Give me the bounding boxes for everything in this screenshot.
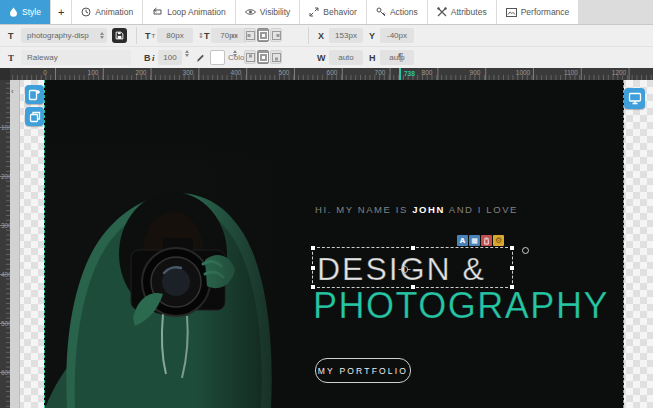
tab-loop-animation[interactable]: Loop Animation — [143, 0, 235, 24]
transform-anchor-icon[interactable] — [398, 262, 411, 280]
font-weight-field[interactable]: 100 — [158, 50, 182, 65]
y-position-value: -40px — [387, 31, 407, 40]
align-right-button[interactable] — [270, 28, 282, 42]
tab-visibility[interactable]: Visibility — [236, 0, 300, 24]
h-ruler-label: 700 — [375, 69, 386, 76]
hero-greeting-text[interactable]: HI. MY NAME IS JOHN AND I LOVE — [315, 204, 518, 215]
tab-actions[interactable]: Actions — [367, 0, 427, 24]
valign-top-button[interactable] — [244, 50, 256, 64]
selection-handle[interactable] — [311, 246, 315, 250]
h-ruler-label: 1100 — [564, 69, 578, 76]
tab-performance[interactable]: Performance — [497, 0, 579, 24]
selection-handle[interactable] — [510, 285, 514, 289]
selection-mini-toolbar: A ▦ ⚙ — [457, 235, 504, 246]
v-ruler-label: 600 — [1, 369, 10, 376]
v-ruler-label: 500 — [1, 320, 10, 327]
bold-icon[interactable]: B — [144, 50, 151, 65]
v-ruler-label: 400 — [1, 271, 10, 278]
page-section[interactable]: HI. MY NAME IS JOHN AND I LOVE DESIGN & … — [44, 80, 624, 408]
selection-handle[interactable] — [311, 266, 315, 270]
selection-handle[interactable] — [311, 285, 315, 289]
font-family-icon: T — [8, 50, 14, 65]
x-position-value: 153px — [335, 31, 357, 40]
x-position-field[interactable]: 153px — [329, 28, 363, 43]
greeting-prefix: HI. MY NAME IS — [315, 204, 412, 215]
design-canvas[interactable]: HI. MY NAME IS JOHN AND I LOVE DESIGN & … — [10, 80, 653, 408]
y-position-field[interactable]: -40px — [380, 28, 414, 43]
eye-icon — [245, 8, 256, 16]
valign-bottom-button[interactable] — [270, 50, 282, 64]
line-spacing-stepper-icon[interactable] — [233, 50, 237, 65]
selection-handle[interactable] — [411, 285, 415, 289]
tab-behavior[interactable]: Behavior — [300, 0, 366, 24]
horizontal-ruler[interactable]: 0 100 200 300 400 500 600 700 800 900 10… — [10, 68, 653, 80]
rotate-handle[interactable] — [522, 247, 529, 254]
tab-style-label: Style — [22, 7, 41, 17]
text-style-select[interactable]: photography-disp — [21, 28, 107, 43]
selection-handle[interactable] — [510, 266, 514, 270]
grid-tool-icon[interactable]: ▦ — [469, 235, 480, 246]
tab-animation[interactable]: Animation — [72, 0, 142, 24]
add-page-icon — [28, 88, 41, 101]
tools-icon — [437, 7, 447, 17]
delete-icon[interactable] — [481, 235, 492, 246]
width-field[interactable]: auto — [329, 50, 363, 65]
behavior-arrows-icon — [309, 7, 319, 17]
gear-icon[interactable]: ⚙ — [493, 235, 504, 246]
greeting-suffix: AND I LOVE — [445, 204, 518, 215]
portfolio-button[interactable]: MY PORTFOLIO — [315, 358, 411, 383]
style-toolbar-row-1: T photography-disp TT 80px ↕T 70px X — [0, 25, 653, 47]
duplicate-button[interactable] — [25, 107, 44, 126]
italic-icon[interactable]: i — [152, 50, 155, 65]
vertical-ruler[interactable]: 100 200 300 400 500 600 — [0, 80, 10, 408]
tab-animation-label: Animation — [95, 7, 133, 17]
monitor-icon — [628, 92, 642, 105]
font-weight-stepper[interactable] — [185, 50, 189, 65]
toolbar-divider — [136, 27, 137, 44]
width-label: W — [317, 50, 326, 65]
selection-box[interactable] — [312, 247, 513, 288]
tab-behavior-label: Behavior — [323, 7, 357, 17]
line-height-field[interactable]: 70px — [211, 28, 247, 43]
cursor-position-marker — [399, 68, 401, 80]
add-element-button[interactable] — [25, 85, 44, 104]
design-editor-window: Style + Animation Loop Animation Visibil… — [0, 0, 653, 408]
hero-heading-line2[interactable]: PHOTOGRAPHY — [313, 285, 609, 327]
font-size-field[interactable]: 80px — [157, 28, 193, 43]
tab-attributes[interactable]: Attributes — [428, 0, 496, 24]
tab-actions-label: Actions — [390, 7, 418, 17]
height-field[interactable]: auto — [380, 50, 414, 65]
align-center-button[interactable] — [257, 28, 269, 42]
valign-middle-button[interactable] — [257, 50, 269, 64]
save-style-button[interactable] — [112, 28, 127, 43]
letter-spacing-icon[interactable] — [231, 28, 238, 43]
left-panel-strip: ‹ — [10, 80, 20, 408]
valign-bottom-icon — [272, 53, 281, 62]
top-tab-bar: Style + Animation Loop Animation Visibil… — [0, 0, 653, 25]
tab-style[interactable]: Style — [0, 0, 50, 24]
h-ruler-label: 500 — [279, 69, 290, 76]
text-style-tool-icon[interactable]: A — [457, 235, 468, 246]
tab-attributes-label: Attributes — [451, 7, 487, 17]
ruler-corner — [0, 68, 10, 80]
selection-handle[interactable] — [510, 246, 514, 250]
h-ruler-label: 300 — [183, 69, 194, 76]
paragraph-icon[interactable]: ¶ — [398, 50, 403, 65]
h-ruler-label: 600 — [327, 69, 338, 76]
h-ruler-label: 1200 — [612, 69, 626, 76]
collapse-panel-icon[interactable]: ‹ — [11, 87, 14, 96]
tab-visibility-label: Visibility — [260, 7, 291, 17]
line-height-icon: ↕T — [198, 28, 209, 43]
v-ruler-label: 200 — [1, 173, 10, 180]
font-family-input[interactable]: Raleway — [21, 50, 131, 65]
align-left-button[interactable] — [244, 28, 256, 42]
width-value: auto — [338, 53, 354, 62]
selection-handle[interactable] — [411, 246, 415, 250]
stroke-pen-icon[interactable] — [195, 50, 205, 65]
cursor-position-value: 738 — [404, 70, 415, 77]
text-color-swatch[interactable] — [210, 50, 225, 65]
preview-desktop-button[interactable] — [624, 88, 645, 109]
key-icon — [376, 7, 386, 17]
tab-add[interactable]: + — [51, 0, 71, 24]
toolbar-divider — [308, 27, 309, 44]
